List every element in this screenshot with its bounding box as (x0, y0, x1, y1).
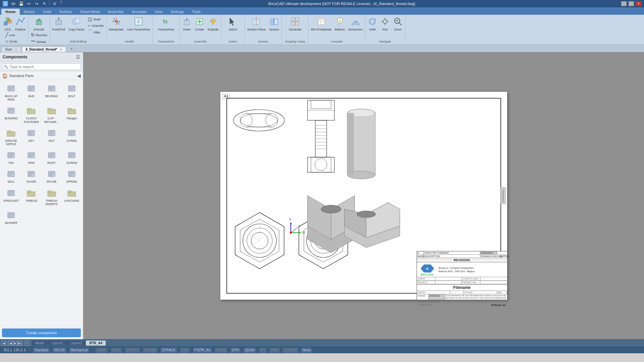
insert-button[interactable]: Insert (181, 16, 193, 32)
component-item-flanges[interactable]: Flanges (62, 104, 82, 125)
status-hka[interactable]: HKA (269, 348, 280, 353)
status-quad[interactable]: QUAD (243, 348, 256, 353)
manipulate-button[interactable]: Manipulate (108, 16, 125, 32)
create-button[interactable]: Create (194, 16, 205, 32)
component-item-thread[interactable]: THREAD (21, 186, 41, 207)
layout-tab-btr-a4[interactable]: BTR_A4 (86, 341, 106, 346)
doc-tab-drawing[interactable]: 4_Standard_thread* ✕ (22, 47, 66, 52)
component-item-screw[interactable]: SCREW (62, 148, 82, 166)
tab-settings[interactable]: Settings (167, 9, 188, 15)
select-btn[interactable]: Select (227, 16, 238, 32)
tab-assembly[interactable]: Assembly (104, 9, 128, 15)
component-item-back-up-ring[interactable]: BACK UP RING (1, 81, 21, 103)
component-item-seal[interactable]: SEAL (1, 167, 21, 185)
qa-undo[interactable]: ↩ (25, 0, 32, 7)
nav-home-icon[interactable]: 🏠 (2, 73, 8, 78)
component-item-nut[interactable]: NUT (42, 126, 61, 147)
component-item-spline[interactable]: SPLINE (42, 167, 61, 185)
tab-solid[interactable]: Solid (39, 9, 55, 15)
status-dyn[interactable]: DYN (230, 348, 240, 353)
component-item-spring[interactable]: SPRING (62, 167, 82, 185)
revolve-btn[interactable]: ↻Revolve (30, 32, 48, 38)
component-item-v-packing[interactable]: V-PACKING (62, 186, 82, 207)
section-plane-button[interactable]: Section Plane (246, 16, 267, 32)
viewport-area[interactable]: A4 (83, 52, 644, 339)
status-strack[interactable]: STRACK (160, 348, 177, 353)
drawing-tab-close[interactable]: ✕ (60, 48, 62, 51)
status-ducs[interactable]: DUCS (215, 348, 227, 353)
tab-view[interactable]: View (151, 9, 167, 15)
status-standard[interactable]: Standard (33, 348, 50, 353)
component-item-pin[interactable]: PIN (1, 148, 21, 166)
explode-button[interactable]: Explode (207, 16, 220, 32)
pushpull-button[interactable]: Push/Pull (51, 16, 66, 32)
search-input[interactable] (2, 63, 81, 70)
component-item-bearing[interactable]: BEARING (42, 81, 61, 103)
status-profile[interactable]: P:BTR_A4 (193, 348, 212, 353)
qa-save[interactable]: 💾 (18, 0, 24, 7)
layout-add[interactable]: + (25, 341, 30, 346)
layout-tab-layout1[interactable]: Layout1 (48, 341, 67, 346)
shell-btn[interactable]: ◫Shell (87, 16, 105, 22)
sweep-btn[interactable]: 〜Sweep (30, 38, 48, 45)
status-polar[interactable]: POLAR (143, 348, 158, 353)
status-ortho[interactable]: ORTHO (125, 348, 140, 353)
layout-nav-prev[interactable]: ◀ (1, 341, 6, 346)
component-item-pipe[interactable]: PIPE (21, 148, 41, 166)
component-item-o-ring[interactable]: O-RING (62, 126, 82, 147)
layout-nav-last[interactable]: ▶| (18, 341, 22, 346)
status-lwt[interactable]: LWT (180, 348, 190, 353)
bill-of-materials-button[interactable]: 1A Bill of Materials (310, 16, 332, 32)
dimension-button[interactable]: 100 Dimension (347, 16, 364, 32)
component-item-thread-inserts[interactable]: THREAD INSERTS (42, 186, 61, 207)
auto-parametrize-button[interactable]: ∂ Auto Parametrize (126, 16, 152, 32)
sketch-line-btn[interactable]: ╱Line (4, 32, 24, 38)
qa-new[interactable]: 🗁 (10, 0, 17, 7)
qa-options[interactable]: ⊙ (51, 0, 58, 7)
status-rt[interactable]: RT (259, 348, 267, 353)
balloon-button[interactable]: 1 Balloon (334, 16, 346, 32)
layout-nav-first[interactable]: |◀ (8, 341, 12, 346)
status-snap[interactable]: SNAP (95, 348, 108, 353)
tab-surface[interactable]: Surface (55, 9, 76, 15)
component-item-washer[interactable]: WASHER (1, 208, 21, 226)
tab-sketch[interactable]: Sketch (20, 9, 39, 15)
ucs-button[interactable]: UCS (2, 16, 13, 32)
component-item-bar[interactable]: BAR (21, 81, 41, 103)
tab-tools[interactable]: Tools (188, 9, 205, 15)
component-item-shape[interactable]: SHAPE (21, 167, 41, 185)
component-item-key[interactable]: KEY (21, 126, 41, 147)
copy-faces-button[interactable]: Copy Faces (67, 16, 86, 32)
drawing-canvas[interactable]: A4 (83, 52, 644, 339)
sidebar-menu-icon[interactable]: ☰ (76, 54, 80, 60)
layout-tab-layout2[interactable]: Layout2 (67, 341, 86, 346)
start-tab-close[interactable]: ✕ (15, 48, 17, 51)
qa-draw[interactable]: ✎ (41, 0, 48, 7)
fillet-btn[interactable]: ⌒Fillet (87, 29, 105, 36)
layout-tab-model[interactable]: Model (32, 341, 48, 346)
layout-nav-next[interactable]: ▶ (13, 341, 17, 346)
tab-home[interactable]: Home (1, 9, 20, 15)
create-component-button[interactable]: Create component (2, 328, 81, 337)
doc-tab-add[interactable]: + (67, 46, 76, 52)
component-item-grease-nipple[interactable]: GREASE NIPPLE (1, 126, 21, 147)
parametrize-btn[interactable]: fx Parametrize (157, 16, 175, 32)
component-item-sprocket[interactable]: SPROCKET (1, 186, 21, 207)
qa-redo[interactable]: ↪ (33, 0, 40, 7)
chamfer-btn[interactable]: ⌐Chamfer (87, 22, 105, 28)
zoom-button[interactable]: Zoom (392, 16, 404, 32)
tab-sheetmetal[interactable]: Sheet Metal (76, 9, 104, 15)
doc-tab-start[interactable]: Start ✕ (1, 47, 21, 52)
nav-collapse-icon[interactable]: ◀ (77, 73, 81, 78)
status-none[interactable]: None (301, 348, 312, 353)
status-iso[interactable]: ISO-25 (52, 348, 66, 353)
component-item-bolt[interactable]: BOLT (62, 81, 82, 103)
tab-annotate[interactable]: Annotate (128, 9, 151, 15)
section-button[interactable]: Section (268, 16, 280, 32)
status-mechanical[interactable]: Mechanical (69, 348, 90, 353)
polyline-button[interactable]: Polyline (14, 16, 27, 32)
close-button[interactable]: ✕ (636, 1, 641, 6)
status-grid[interactable]: GRID (110, 348, 122, 353)
minimize-button[interactable]: ─ (621, 1, 627, 6)
restore-button[interactable]: □ (629, 1, 634, 6)
